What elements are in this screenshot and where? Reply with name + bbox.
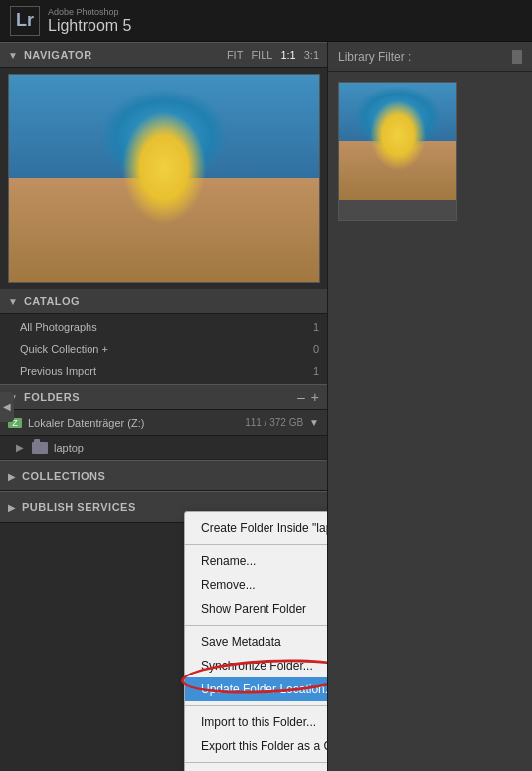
navigator-image — [8, 74, 320, 283]
folder-expand-icon[interactable]: ▶ — [16, 442, 28, 453]
navigator-preview — [0, 68, 327, 289]
folder-laptop-row[interactable]: ▶ laptop — [0, 436, 327, 460]
collections-title: Collections — [22, 470, 319, 482]
menu-separator-1 — [185, 544, 328, 545]
folders-minus[interactable]: – — [297, 389, 305, 405]
menu-item-save-metadata[interactable]: Save Metadata — [185, 630, 328, 654]
catalog-rows: All Photographs 1 Quick Collection + 0 P… — [0, 314, 327, 384]
drive-label: Lokaler Datenträger (Z:) — [28, 417, 245, 429]
menu-item-remove[interactable]: Remove... — [185, 573, 328, 597]
menu-item-show-explorer[interactable]: Show in Explorer — [185, 767, 328, 771]
left-panel: ◀ ▼ Navigator FIT FILL 1:1 3:1 ▼ — [0, 42, 328, 771]
right-content — [328, 72, 532, 231]
zoom-fill[interactable]: FILL — [251, 49, 272, 61]
quick-collection-label: Quick Collection + — [20, 343, 313, 355]
menu-separator-2 — [185, 625, 328, 626]
drive-arrow: ▼ — [309, 417, 319, 428]
quick-collection-count: 0 — [313, 343, 319, 355]
drive-size: 111 / 372 GB — [245, 417, 303, 428]
context-menu: Create Folder Inside "laptop"... Rename.… — [184, 511, 328, 771]
adobe-label: Adobe Photoshop — [48, 7, 132, 17]
navigator-zoom-controls: FIT FILL 1:1 3:1 — [227, 49, 319, 61]
navigator-triangle: ▼ — [8, 50, 18, 61]
previous-import-count: 1 — [313, 365, 319, 377]
folders-controls: – + — [297, 389, 319, 405]
catalog-all-photographs[interactable]: All Photographs 1 — [0, 316, 327, 338]
previous-import-label: Previous Import — [20, 365, 313, 377]
title-bar: Lr Adobe Photoshop Lightroom 5 — [0, 0, 532, 42]
zoom-fit[interactable]: FIT — [227, 49, 244, 61]
menu-separator-4 — [185, 762, 328, 763]
menu-item-export-catalog[interactable]: Export this Folder as a Catalog... — [185, 734, 328, 758]
drive-row[interactable]: Z Lokaler Datenträger (Z:) 111 / 372 GB … — [0, 410, 327, 436]
panel-collapse-arrow[interactable]: ◀ — [0, 392, 14, 422]
navigator-title: Navigator — [24, 49, 227, 61]
right-panel: Library Filter : — [328, 42, 532, 771]
folders-plus[interactable]: + — [311, 389, 319, 405]
menu-separator-3 — [185, 705, 328, 706]
collections-triangle: ▶ — [8, 471, 16, 482]
navigator-section: ▼ Navigator FIT FILL 1:1 3:1 — [0, 42, 327, 289]
catalog-title: Catalog — [24, 295, 319, 307]
publish-services-triangle: ▶ — [8, 502, 16, 513]
zoom-3-1[interactable]: 3:1 — [304, 49, 319, 61]
main-layout: ◀ ▼ Navigator FIT FILL 1:1 3:1 ▼ — [0, 42, 532, 771]
menu-item-rename[interactable]: Rename... — [185, 549, 328, 573]
folder-icon — [32, 442, 48, 454]
menu-item-create-folder[interactable]: Create Folder Inside "laptop"... — [185, 516, 328, 540]
catalog-previous-import[interactable]: Previous Import 1 — [0, 360, 327, 382]
folder-label: laptop — [54, 442, 84, 454]
thumbnail-item[interactable] — [338, 82, 457, 221]
menu-item-synchronize[interactable]: Synchronize Folder... — [185, 654, 328, 677]
thumbnail-image — [339, 83, 456, 200]
all-photographs-label: All Photographs — [20, 321, 313, 333]
navigator-image-content — [9, 75, 319, 282]
folders-header[interactable]: ▼ Folders – + — [0, 384, 327, 410]
catalog-header[interactable]: ▼ Catalog — [0, 289, 327, 314]
navigator-header[interactable]: ▼ Navigator FIT FILL 1:1 3:1 — [0, 42, 327, 68]
title-text: Adobe Photoshop Lightroom 5 — [48, 7, 132, 35]
menu-item-update-location[interactable]: Update Folder Location... — [185, 677, 328, 701]
thumbnail-image-content — [339, 83, 456, 200]
zoom-1-1[interactable]: 1:1 — [280, 49, 295, 61]
menu-item-import-folder[interactable]: Import to this Folder... — [185, 710, 328, 734]
lr-logo: Lr — [10, 6, 40, 36]
menu-item-show-parent[interactable]: Show Parent Folder — [185, 597, 328, 621]
folders-title: Folders — [24, 391, 297, 403]
app-name: Lightroom 5 — [48, 17, 132, 35]
library-filter-label: Library Filter : — [338, 50, 411, 64]
collections-section[interactable]: ▶ Collections — [0, 460, 327, 491]
library-filter-bar: Library Filter : — [328, 42, 532, 72]
catalog-quick-collection[interactable]: Quick Collection + 0 — [0, 338, 327, 360]
catalog-triangle: ▼ — [8, 296, 18, 307]
filter-pin[interactable] — [512, 50, 522, 64]
all-photographs-count: 1 — [313, 321, 319, 333]
